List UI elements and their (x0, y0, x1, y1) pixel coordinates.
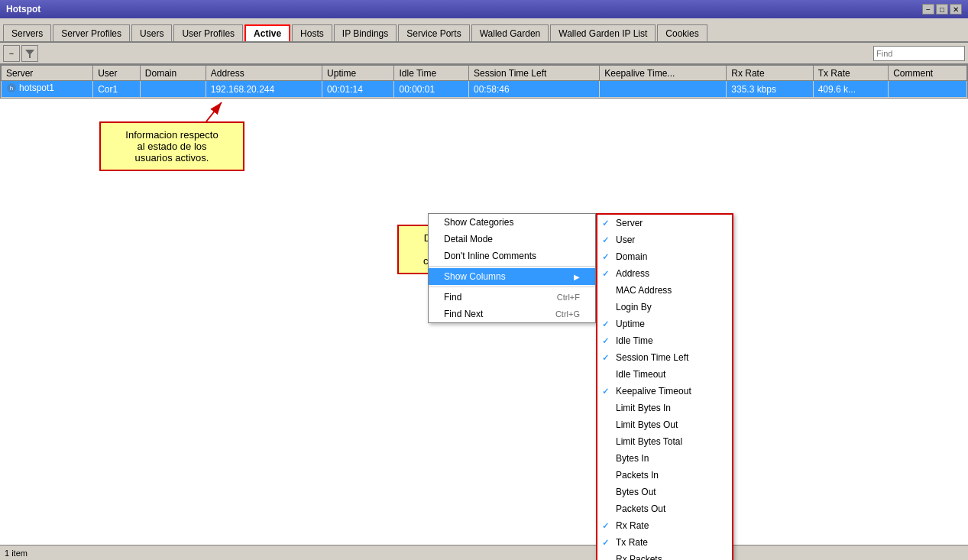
context-menu-item-show-columns[interactable]: Show Columns▶ (429, 268, 595, 285)
submenu-item-limit-bytes-out[interactable]: Limit Bytes Out (597, 416, 732, 433)
submenu-item-limit-bytes-in[interactable]: Limit Bytes In (597, 400, 732, 416)
tab-users[interactable]: Users (131, 24, 172, 41)
check-icon: ✓ (602, 319, 609, 329)
submenu-item-bytes-in[interactable]: Bytes In (597, 450, 732, 467)
col-domain: Domain (140, 66, 206, 81)
submenu-item-keepalive-timeout[interactable]: ✓Keepalive Timeout (597, 383, 732, 400)
find-input[interactable] (873, 46, 965, 61)
submenu-arrow-icon: ▶ (574, 273, 580, 281)
submenu-item-packets-in[interactable]: Packets In (597, 467, 732, 484)
submenu-item-tx-rate[interactable]: ✓Tx Rate (597, 534, 732, 551)
tab-bar: ServersServer ProfilesUsersUser Profiles… (0, 18, 968, 43)
col-idle-time: Idle Time (394, 66, 468, 81)
content-body: Informacion respectoal estado de losusua… (0, 99, 968, 545)
svg-marker-0 (25, 50, 34, 58)
check-icon: ✓ (602, 218, 609, 228)
submenu-item-login-by[interactable]: Login By (597, 299, 732, 316)
context-menu-item-find[interactable]: FindCtrl+F (429, 289, 595, 306)
svg-text:h: h (10, 85, 13, 92)
col-rx-rate: Rx Rate (727, 66, 813, 81)
check-icon: ✓ (602, 521, 609, 531)
submenu-item-mac-address[interactable]: MAC Address (597, 282, 732, 299)
submenu-item-server[interactable]: ✓Server (597, 215, 732, 231)
tab-servers[interactable]: Servers (3, 24, 51, 41)
table-container: ServerUserDomainAddressUptimeIdle TimeSe… (0, 64, 968, 99)
col-user: User (93, 66, 141, 81)
col-keepalive-time...: Keepalive Time... (600, 66, 727, 81)
table-row[interactable]: hhotspot1Cor1192.168.20.24400:01:1400:00… (2, 81, 967, 98)
cell-idle-time: 00:00:01 (394, 81, 468, 98)
col-session-time-left: Session Time Left (468, 66, 599, 81)
cell-tx-rate: 409.6 k... (813, 81, 889, 98)
col-tx-rate: Tx Rate (813, 66, 889, 81)
tab-ip-bindings[interactable]: IP Bindings (334, 24, 397, 41)
toolbar-minus-button[interactable]: − (3, 45, 20, 62)
check-icon: ✓ (602, 252, 609, 262)
tab-service-ports[interactable]: Service Ports (398, 24, 469, 41)
check-icon: ✓ (602, 538, 609, 548)
submenu-item-session-time-left[interactable]: ✓Session Time Left (597, 349, 732, 366)
toolbar: − (0, 43, 968, 64)
active-table: ServerUserDomainAddressUptimeIdle TimeSe… (1, 65, 967, 98)
check-icon: ✓ (602, 336, 609, 346)
col-comment: Comment (889, 66, 967, 81)
submenu-item-rx-packets[interactable]: Rx Packets (597, 551, 732, 560)
submenu-item-rx-rate[interactable]: ✓Rx Rate (597, 517, 732, 534)
cell-uptime: 00:01:14 (322, 81, 394, 98)
status-text: 1 item (5, 549, 28, 558)
cell-rx-rate: 335.3 kbps (727, 81, 813, 98)
context-menu-separator (429, 286, 595, 287)
filter-icon (24, 48, 35, 59)
window-controls: − □ ✕ (922, 4, 962, 15)
context-menu-item-don't-inline-comments[interactable]: Don't Inline Comments (429, 248, 595, 264)
col-address: Address (206, 66, 322, 81)
cell-keepalive-time... (600, 81, 727, 98)
minimize-button[interactable]: − (922, 4, 934, 15)
app-title: Hotspot (6, 4, 40, 15)
check-icon: ✓ (602, 235, 609, 245)
maximize-button[interactable]: □ (936, 4, 948, 15)
cell-user: Cor1 (93, 81, 141, 98)
cell-server: hhotspot1 (2, 81, 93, 98)
cell-comment (889, 81, 967, 98)
submenu-item-packets-out[interactable]: Packets Out (597, 500, 732, 517)
tab-user-profiles[interactable]: User Profiles (173, 24, 243, 41)
submenu-item-idle-timeout[interactable]: Idle Timeout (597, 366, 732, 383)
cell-address: 192.168.20.244 (206, 81, 322, 98)
title-bar: Hotspot − □ ✕ (0, 0, 968, 18)
submenu-item-domain[interactable]: ✓Domain (597, 248, 732, 265)
cell-session-time-left: 00:58:46 (468, 81, 599, 98)
check-icon: ✓ (602, 353, 609, 363)
cell-domain (140, 81, 206, 98)
submenu-item-limit-bytes-total[interactable]: Limit Bytes Total (597, 433, 732, 450)
tab-cookies[interactable]: Cookies (657, 24, 707, 41)
context-menu-item-show-categories[interactable]: Show Categories (429, 214, 595, 231)
tab-server-profiles[interactable]: Server Profiles (53, 24, 130, 41)
col-server: Server (2, 66, 93, 81)
context-menu-separator (429, 266, 595, 267)
svg-line-4 (206, 102, 222, 121)
submenu-item-address[interactable]: ✓Address (597, 265, 732, 282)
submenu-item-uptime[interactable]: ✓Uptime (597, 316, 732, 332)
tab-walled-garden[interactable]: Walled Garden (471, 24, 549, 41)
status-bar: 1 item (0, 545, 968, 560)
tab-active[interactable]: Active (244, 24, 290, 41)
check-icon: ✓ (602, 387, 609, 397)
close-button[interactable]: ✕ (950, 4, 962, 15)
annotation-arrow-1 (168, 99, 244, 125)
tab-hosts[interactable]: Hosts (292, 24, 332, 41)
content-area: − ServerUserDomainAddressUptimeIdle Time… (0, 43, 968, 560)
tab-walled-garden-ip-list[interactable]: Walled Garden IP List (550, 24, 656, 41)
submenu-item-idle-time[interactable]: ✓Idle Time (597, 332, 732, 349)
check-icon: ✓ (602, 269, 609, 279)
submenu: ✓Server✓User✓Domain✓AddressMAC AddressLo… (596, 213, 733, 560)
annotation-box-1: Informacion respectoal estado de losusua… (99, 121, 244, 171)
toolbar-filter-button[interactable] (21, 45, 38, 62)
context-menu: Show CategoriesDetail ModeDon't Inline C… (428, 213, 596, 323)
context-menu-item-find-next[interactable]: Find NextCtrl+G (429, 306, 595, 322)
submenu-item-user[interactable]: ✓User (597, 231, 732, 248)
submenu-item-bytes-out[interactable]: Bytes Out (597, 484, 732, 500)
annotation-text-1: Informacion respectoal estado de losusua… (125, 129, 218, 163)
context-menu-item-detail-mode[interactable]: Detail Mode (429, 231, 595, 248)
col-uptime: Uptime (322, 66, 394, 81)
